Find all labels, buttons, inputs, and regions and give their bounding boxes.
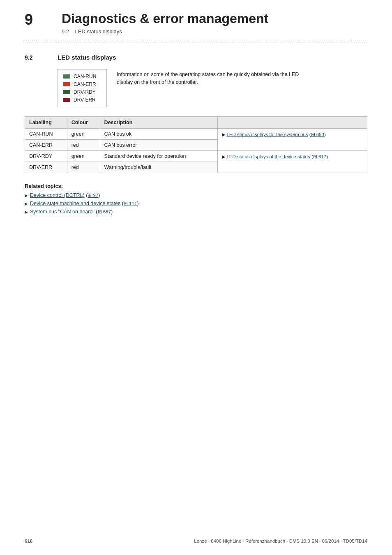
link-block-device-status: ▶LED status displays of the device statu…	[222, 153, 363, 160]
led-item-can-err: CAN-ERR	[63, 81, 99, 87]
led-label-can-run: CAN-RUN	[74, 74, 96, 79]
cell-labelling-drv-err: DRV-ERR	[25, 162, 67, 173]
col-header-colour: Colour	[67, 117, 100, 129]
cell-labelling-can-err: CAN-ERR	[25, 140, 67, 151]
led-item-drv-err: DRV-ERR	[63, 97, 99, 103]
led-label-drv-err: DRV-ERR	[74, 97, 96, 103]
main-content: 9.2 LED status displays CAN-RUN CAN-ERR …	[0, 54, 392, 215]
related-topics-section: Related topics: ▶ Device control (DCTRL)…	[25, 183, 367, 215]
led-item-drv-rdy: DRV-RDY	[63, 89, 99, 95]
link-page-system-bus[interactable]: ⊞ 693	[311, 132, 324, 137]
link-block-system-bus: ▶LED status displays for the system bus …	[222, 131, 363, 138]
led-indicator-green-2	[63, 90, 70, 94]
led-description: Information on some of the operating sta…	[117, 69, 314, 86]
link-device-control[interactable]: Device control (DCTRL)	[30, 192, 85, 198]
related-arrow-icon-3: ▶	[25, 210, 28, 214]
cell-description-drv-err: Warning/trouble/fault	[100, 162, 218, 173]
link-page-dctrl[interactable]: ⊞ 97	[88, 192, 98, 198]
led-status-table: Labelling Colour Description CAN-RUN gre…	[25, 116, 367, 173]
led-label-drv-rdy: DRV-RDY	[74, 89, 96, 95]
cell-colour-can-run: green	[67, 129, 100, 140]
link-page-device-status[interactable]: ⊞ 617	[313, 154, 326, 159]
arrow-icon-1: ▶	[222, 132, 225, 137]
related-item-dctrl: ▶ Device control (DCTRL) (⊞ 97)	[25, 192, 367, 198]
related-topics-title: Related topics:	[25, 183, 367, 189]
page-header: 9 Diagnostics & error management 9.2 LED…	[0, 0, 392, 35]
cell-labelling-drv-rdy: DRV-RDY	[25, 151, 67, 162]
led-table-wrapper: Labelling Colour Description CAN-RUN gre…	[25, 116, 367, 173]
cell-description-can-run: CAN bus ok	[100, 129, 218, 140]
link-page-state-machine[interactable]: ⊞ 111	[124, 201, 137, 206]
led-indicator-red-2	[63, 98, 70, 102]
cell-description-can-err: CAN bus error	[100, 140, 218, 151]
cell-colour-drv-err: red	[67, 162, 100, 173]
cell-colour-can-err: red	[67, 140, 100, 151]
section-divider	[25, 42, 367, 42]
chapter-subtitle: 9.2 LED status displays	[62, 28, 268, 35]
led-display-box: CAN-RUN CAN-ERR DRV-RDY DRV-ERR	[58, 69, 107, 107]
cell-labelling-can-run: CAN-RUN	[25, 129, 67, 140]
link-led-device-status[interactable]: LED status displays of the device status	[226, 154, 310, 159]
col-header-description: Description	[100, 117, 218, 129]
page-footer: 616 Lenze · 8400 HighLine · Referenzhand…	[25, 539, 367, 543]
related-item-system-bus: ▶ System bus "CAN on board" (⊞ 687)	[25, 209, 367, 215]
cell-link-device-status: ▶LED status displays of the device statu…	[218, 151, 367, 173]
col-header-labelling: Labelling	[25, 117, 67, 129]
table-row: CAN-RUN green CAN bus ok ▶LED status dis…	[25, 129, 367, 140]
led-indicator-red-1	[63, 82, 70, 86]
cell-colour-drv-rdy: green	[67, 151, 100, 162]
related-arrow-icon-2: ▶	[25, 201, 28, 206]
table-row: DRV-RDY green Standard device ready for …	[25, 151, 367, 162]
section-title: LED status displays	[58, 54, 116, 61]
table-header-row: Labelling Colour Description	[25, 117, 367, 129]
led-label-can-err: CAN-ERR	[74, 81, 96, 87]
related-arrow-icon-1: ▶	[25, 193, 28, 198]
chapter-title: Diagnostics & error management	[62, 12, 268, 26]
arrow-icon-2: ▶	[222, 154, 225, 159]
link-device-state-machine[interactable]: Device state machine and device states	[30, 201, 120, 206]
chapter-title-block: Diagnostics & error management 9.2 LED s…	[62, 12, 268, 35]
section-heading: 9.2 LED status displays	[25, 54, 367, 61]
link-page-can[interactable]: ⊞ 687	[98, 209, 111, 215]
link-led-system-bus[interactable]: LED status displays for the system bus	[226, 132, 308, 137]
related-item-state-machine: ▶ Device state machine and device states…	[25, 201, 367, 206]
link-system-bus-can[interactable]: System bus "CAN on board"	[30, 209, 95, 215]
led-intro-block: CAN-RUN CAN-ERR DRV-RDY DRV-ERR Informat…	[58, 69, 367, 107]
cell-description-drv-rdy: Standard device ready for operation	[100, 151, 218, 162]
section-number: 9.2	[25, 54, 58, 61]
cell-link-system-bus: ▶LED status displays for the system bus …	[218, 129, 367, 151]
footer-publication: Lenze · 8400 HighLine · Referenzhandbuch…	[194, 539, 367, 543]
led-indicator-green-1	[63, 74, 70, 79]
chapter-number: 9	[25, 12, 58, 28]
col-header-links	[218, 117, 367, 129]
led-item-can-run: CAN-RUN	[63, 74, 99, 79]
footer-page-number: 616	[25, 539, 32, 543]
